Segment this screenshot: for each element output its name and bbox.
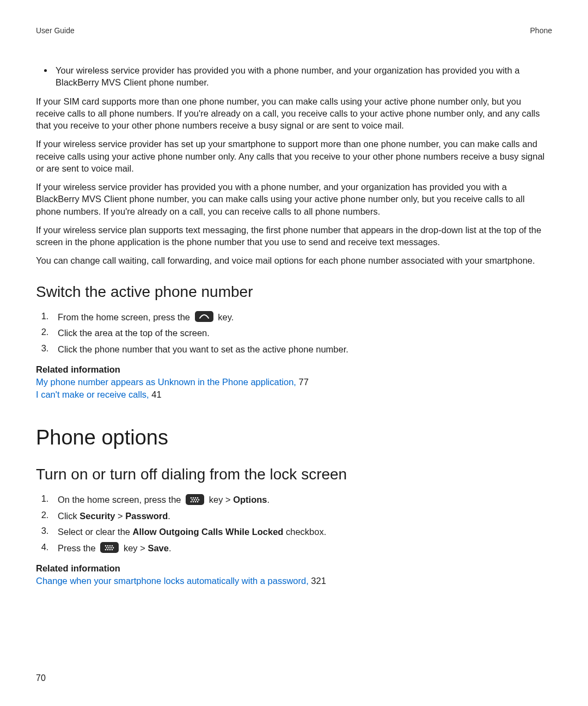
svg-point-4 xyxy=(192,499,193,501)
svg-point-9 xyxy=(193,501,194,502)
svg-point-1 xyxy=(193,497,194,498)
page-header: User Guide Phone xyxy=(36,26,552,35)
link-page-ref: 41 xyxy=(149,389,162,399)
page-number: 70 xyxy=(36,673,46,683)
step-item: Click the area at the top of the screen. xyxy=(51,324,552,340)
related-info-label: Related information xyxy=(36,364,552,375)
steps-switch-number: From the home screen, press the key. Cli… xyxy=(36,308,552,357)
svg-point-21 xyxy=(107,549,109,551)
link-unknown-number[interactable]: My phone number appears as Unknown in th… xyxy=(36,377,296,387)
document-page: User Guide Phone Your wireless service p… xyxy=(0,0,588,706)
intro-bullet-list: Your wireless service provider has provi… xyxy=(36,64,552,89)
menu-key-icon xyxy=(100,542,119,553)
related-link-line: I can't make or receive calls, 41 xyxy=(36,388,552,401)
link-auto-lock[interactable]: Change when your smartphone locks automa… xyxy=(36,576,309,586)
step-text-bold: Password xyxy=(125,510,168,520)
step-text: key > xyxy=(209,494,233,504)
header-right: Phone xyxy=(530,26,552,35)
svg-point-18 xyxy=(111,547,112,549)
step-text: key > xyxy=(124,543,148,552)
step-item: From the home screen, press the key. xyxy=(51,308,552,325)
heading-switch-number: Switch the active phone number xyxy=(36,283,552,301)
svg-point-23 xyxy=(112,549,113,551)
svg-point-8 xyxy=(191,501,192,502)
step-text: Click the phone number that you want to … xyxy=(58,344,348,354)
link-cant-call[interactable]: I can't make or receive calls, xyxy=(36,389,149,399)
step-item: Click the phone number that you want to … xyxy=(51,340,552,357)
body-paragraph: If your wireless service provider has pr… xyxy=(36,181,552,217)
step-text: Select or clear the xyxy=(58,527,133,537)
step-text-bold: Allow Outgoing Calls While Locked xyxy=(133,527,284,537)
svg-point-19 xyxy=(113,547,114,549)
related-link-line: Change when your smartphone locks automa… xyxy=(36,575,552,587)
svg-point-13 xyxy=(107,545,109,547)
body-paragraph: You can change call waiting, call forwar… xyxy=(36,254,552,266)
step-text: . xyxy=(169,543,171,552)
svg-point-5 xyxy=(194,499,195,501)
step-item: Select or clear the Allow Outgoing Calls… xyxy=(51,523,552,539)
svg-point-22 xyxy=(109,549,111,551)
link-page-ref: 321 xyxy=(309,576,326,586)
step-text: . xyxy=(168,510,170,520)
svg-point-20 xyxy=(105,549,107,551)
related-link-line: My phone number appears as Unknown in th… xyxy=(36,376,552,388)
svg-point-17 xyxy=(108,547,110,549)
svg-point-15 xyxy=(112,545,113,547)
body-paragraph: If your wireless service plan supports t… xyxy=(36,224,552,248)
step-text: On the home screen, press the xyxy=(58,494,183,504)
step-text-bold: Security xyxy=(79,510,115,520)
step-text: Click the area at the top of the screen. xyxy=(58,328,210,338)
svg-point-0 xyxy=(191,497,192,498)
step-item: On the home screen, press the key > Opti… xyxy=(51,491,552,507)
svg-point-7 xyxy=(198,499,200,501)
svg-point-2 xyxy=(195,497,197,498)
step-text: . xyxy=(267,494,270,504)
step-text: Click xyxy=(58,510,79,520)
step-text: checkbox. xyxy=(283,527,326,537)
step-text: From the home screen, press the xyxy=(58,312,193,321)
svg-point-10 xyxy=(195,501,197,502)
svg-point-6 xyxy=(196,499,198,501)
send-key-icon xyxy=(195,311,213,322)
bullet-item: Your wireless service provider has provi… xyxy=(53,64,552,89)
step-text-bold: Options xyxy=(233,494,267,504)
header-left: User Guide xyxy=(36,26,75,35)
step-text: key. xyxy=(218,312,234,321)
svg-point-14 xyxy=(109,545,111,547)
link-page-ref: 77 xyxy=(296,377,309,387)
svg-point-16 xyxy=(106,547,108,549)
svg-point-11 xyxy=(197,501,199,502)
step-item: Click Security > Password. xyxy=(51,507,552,524)
heading-phone-options: Phone options xyxy=(36,426,552,449)
heading-lock-screen-dialing: Turn on or turn off dialing from the loc… xyxy=(36,466,552,483)
step-text: > xyxy=(115,510,125,520)
step-item: Press the key > Save. xyxy=(51,539,552,556)
svg-point-12 xyxy=(105,545,107,547)
steps-lock-screen: On the home screen, press the key > Opti… xyxy=(36,491,552,556)
menu-key-icon xyxy=(186,494,204,505)
related-info-label: Related information xyxy=(36,563,552,574)
step-text: Press the xyxy=(58,543,98,552)
body-paragraph: If your wireless service provider has se… xyxy=(36,138,552,174)
body-paragraph: If your SIM card supports more than one … xyxy=(36,95,552,132)
svg-point-3 xyxy=(197,497,199,498)
step-text-bold: Save xyxy=(148,543,169,552)
